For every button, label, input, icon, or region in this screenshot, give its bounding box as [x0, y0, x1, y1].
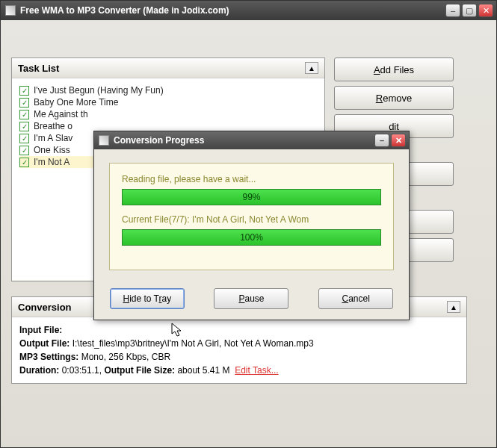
checkbox-icon[interactable]: ✓: [19, 158, 29, 167]
task-label: I'm A Slav: [34, 133, 72, 143]
main-titlebar: Free WMA to MP3 Converter (Made in Jodix…: [1, 1, 496, 20]
window-title: Free WMA to MP3 Converter (Made in Jodix…: [20, 5, 445, 16]
current-progress-value: 100%: [240, 232, 263, 243]
collapse-icon[interactable]: ▲: [447, 301, 460, 313]
checkbox-icon[interactable]: ✓: [19, 134, 29, 143]
app-icon: [5, 5, 16, 16]
dialog-body: Reading file, please have a wait... 99% …: [94, 149, 409, 278]
edit-task-link[interactable]: Edit Task...: [235, 365, 278, 376]
checkbox-icon[interactable]: ✓: [19, 110, 29, 119]
dialog-icon: [99, 135, 109, 146]
dialog-minimize-button[interactable]: –: [374, 134, 389, 147]
window-controls: – ▢ ✕: [445, 4, 493, 17]
read-progress-label: Reading file, please have a wait...: [122, 174, 381, 184]
task-label: I've Just Begun (Having My Fun): [34, 85, 164, 96]
input-file-label: Input File:: [19, 325, 62, 335]
cancel-button[interactable]: Cancel: [318, 288, 393, 309]
read-progress-value: 99%: [242, 192, 260, 202]
task-label: Baby One More Time: [34, 97, 118, 108]
close-button[interactable]: ✕: [478, 4, 493, 17]
settings-value: Mono, 256 Kbps, CBR: [81, 352, 170, 362]
duration-label: Duration:: [19, 365, 59, 376]
task-label: One Kiss: [34, 145, 70, 155]
current-file-label: Current File(7/7): I'm Not A Girl, Not Y…: [122, 214, 381, 225]
add-files-button[interactable]: AAdd Filesdd Files: [334, 57, 454, 81]
outsize-label: Output File Size:: [104, 365, 175, 376]
task-row[interactable]: ✓I've Just Begun (Having My Fun): [19, 84, 317, 96]
output-file-value: I:\test_files\mp3\britney\I'm Not A Girl…: [72, 338, 314, 349]
pause-button[interactable]: Pause: [214, 288, 288, 309]
read-progress-bar: 99%: [122, 189, 381, 205]
checkbox-icon[interactable]: ✓: [19, 98, 29, 108]
remove-button[interactable]: Remove: [334, 86, 454, 110]
conversion-progress-dialog: Conversion Progress – ✕ Reading file, pl…: [93, 131, 410, 320]
checkbox-icon[interactable]: ✓: [19, 146, 29, 155]
checkbox-icon[interactable]: ✓: [19, 122, 29, 131]
task-label: I'm Not A: [34, 157, 70, 167]
task-row[interactable]: ✓Baby One More Time: [19, 96, 317, 108]
current-progress-bar: 100%: [122, 229, 381, 246]
progress-group: Reading file, please have a wait... 99% …: [109, 163, 394, 270]
minimize-button[interactable]: –: [445, 4, 460, 17]
task-row[interactable]: ✓Me Against th: [19, 108, 317, 120]
outsize-value: about 5.41 M: [177, 365, 229, 376]
task-label: Breathe o: [34, 121, 72, 131]
details-body: Input File: Output File: I:\test_files\m…: [12, 317, 466, 383]
task-list-title: Task List: [18, 63, 59, 74]
hide-to-tray-button[interactable]: Hide to Tray: [110, 288, 185, 309]
task-list-header: Task List ▲: [12, 58, 324, 78]
dialog-title: Conversion Progress: [114, 135, 374, 146]
details-title: Conversion: [18, 302, 72, 313]
collapse-icon[interactable]: ▲: [305, 62, 318, 74]
dialog-buttons: Hide to Tray Pause Cancel: [94, 278, 409, 320]
dialog-titlebar: Conversion Progress – ✕: [94, 131, 409, 149]
output-file-label: Output File:: [19, 338, 70, 349]
checkbox-icon[interactable]: ✓: [19, 86, 29, 96]
maximize-button[interactable]: ▢: [462, 4, 477, 17]
settings-label: MP3 Settings:: [19, 352, 78, 362]
duration-value: 0:03:51.1,: [62, 365, 102, 376]
task-label: Me Against th: [34, 109, 88, 119]
dialog-close-button[interactable]: ✕: [391, 134, 406, 147]
